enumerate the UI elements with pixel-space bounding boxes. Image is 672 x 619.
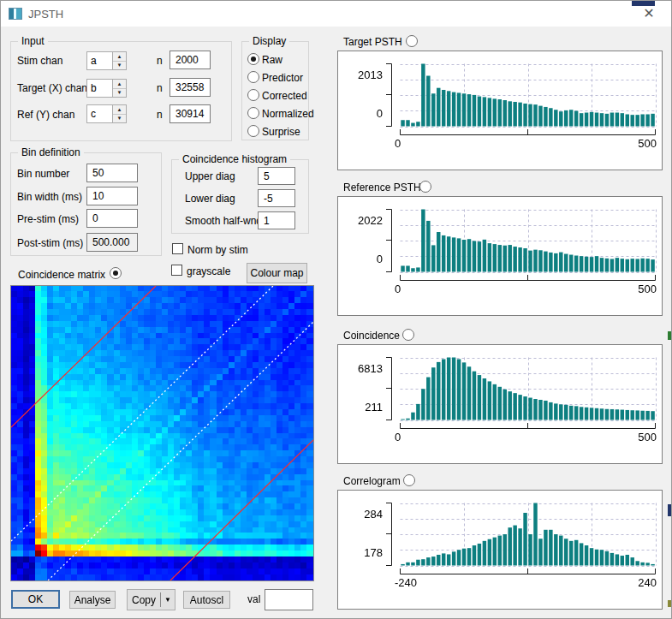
display-group-label: Display: [249, 35, 289, 47]
background-window-sliver: [668, 600, 672, 607]
spin-up-icon[interactable]: ▲: [113, 80, 126, 89]
coincidence-histogram-label: Coincidence histogram: [179, 153, 290, 165]
radio-raw[interactable]: [247, 53, 259, 65]
bin-width-input[interactable]: [86, 187, 138, 205]
titlebar: JPSTH ✕: [1, 1, 671, 27]
bin-width-label: Bin width (ms): [17, 191, 82, 203]
correlogram-plot: [338, 491, 662, 609]
radio-normalized-label[interactable]: Normalized: [262, 108, 314, 120]
jpsth-window: JPSTH ✕ Input Stim chan ▲▼ n Target (X) …: [0, 0, 672, 619]
correlogram-title: Correlogram: [343, 475, 401, 487]
reference-psth-title: Reference PSTH: [343, 182, 421, 193]
norm-by-stim-checkbox[interactable]: [172, 243, 183, 254]
background-window-sliver: [668, 331, 672, 340]
stim-chan-input[interactable]: [87, 52, 112, 69]
spin-down-icon[interactable]: ▼: [113, 89, 126, 98]
ref-chan-spinner[interactable]: ▲▼: [86, 104, 127, 123]
autoscl-button[interactable]: Autoscl: [183, 591, 230, 609]
stim-n-value[interactable]: [169, 51, 211, 69]
val-input[interactable]: [265, 589, 313, 610]
post-stim-value: [86, 233, 138, 252]
correlogram-ymin: 178: [342, 546, 383, 559]
copy-dropdown-icon[interactable]: ▼: [161, 596, 175, 604]
target-chan-label: Target (X) chan: [17, 82, 87, 94]
bin-definition-label: Bin definition: [18, 146, 84, 158]
coincidence-matrix-label: Coincidence matrix: [18, 269, 105, 281]
smooth-half-wnd-label: Smooth half-wnd: [185, 215, 262, 227]
radio-surprise-label[interactable]: Surprise: [262, 126, 300, 138]
reference-psth-xmax: 500: [585, 283, 657, 295]
grayscale-checkbox[interactable]: [171, 265, 182, 276]
spin-up-icon[interactable]: ▲: [113, 105, 126, 115]
jpsth-matrix-heatmap[interactable]: [11, 286, 313, 580]
smooth-half-wnd-input[interactable]: [258, 211, 295, 229]
stim-chan-spin-buttons[interactable]: ▲▼: [112, 52, 126, 69]
coincidence-ymax: 6813: [342, 362, 383, 375]
target-n-label: n: [157, 82, 163, 94]
analyse-button[interactable]: Analyse: [69, 591, 116, 609]
upper-diag-input[interactable]: [258, 167, 295, 185]
coincidence-xmin: 0: [395, 431, 401, 443]
ref-chan-input[interactable]: [87, 105, 112, 122]
bin-number-label: Bin number: [17, 168, 69, 180]
target-psth-radio[interactable]: [406, 35, 418, 47]
radio-predictor-label[interactable]: Predictor: [262, 72, 303, 84]
target-psth-plot: [338, 51, 662, 170]
coincidence-matrix-radio[interactable]: [110, 267, 122, 279]
stim-chan-spinner[interactable]: ▲▼: [86, 51, 127, 70]
target-psth-panel: 2013 0 0 500: [337, 51, 663, 170]
post-stim-label: Post-stim (ms): [17, 237, 83, 249]
correlogram-panel: 284 178 -240 240: [337, 490, 663, 610]
target-chan-input[interactable]: [87, 80, 112, 97]
spin-down-icon[interactable]: ▼: [113, 115, 126, 123]
reference-psth-ymax: 2022: [342, 214, 383, 227]
correlogram-xmax: 240: [585, 576, 657, 589]
ref-chan-label: Ref (Y) chan: [17, 109, 74, 121]
bin-number-input[interactable]: [86, 164, 138, 182]
reference-psth-ymin: 0: [342, 253, 383, 265]
app-icon: [9, 8, 22, 20]
radio-surprise[interactable]: [247, 125, 259, 137]
coincidence-panel: 6813 211 0 500: [337, 344, 663, 464]
norm-by-stim-label[interactable]: Norm by stim: [187, 244, 248, 256]
radio-corrected[interactable]: [247, 89, 259, 101]
upper-diag-label: Upper diag: [185, 170, 235, 182]
reference-psth-xmin: 0: [395, 283, 401, 295]
correlogram-ymax: 284: [342, 508, 383, 521]
coincidence-xmax: 500: [585, 431, 657, 443]
window-title: JPSTH: [28, 8, 63, 21]
stim-chan-label: Stim chan: [17, 55, 62, 67]
target-psth-xmin: 0: [395, 137, 401, 150]
radio-predictor[interactable]: [247, 71, 259, 83]
spin-up-icon[interactable]: ▲: [113, 52, 126, 62]
reference-psth-panel: 2022 0 0 500: [337, 196, 663, 316]
ok-button[interactable]: OK: [11, 590, 60, 609]
val-label: val: [247, 593, 260, 605]
target-psth-xmax: 500: [585, 137, 657, 150]
background-window-sliver: [668, 504, 672, 516]
copy-button-label[interactable]: Copy: [128, 594, 160, 606]
grayscale-label[interactable]: grayscale: [187, 265, 230, 277]
lower-diag-label: Lower diag: [185, 193, 235, 205]
ref-chan-spin-buttons[interactable]: ▲▼: [112, 105, 126, 122]
stim-n-label: n: [157, 55, 163, 67]
close-icon[interactable]: ✕: [637, 4, 661, 23]
copy-split-button[interactable]: Copy ▼: [127, 589, 175, 610]
target-chan-spinner[interactable]: ▲▼: [86, 79, 127, 98]
target-psth-title: Target PSTH: [343, 36, 402, 48]
lower-diag-input[interactable]: [258, 189, 295, 207]
radio-corrected-label[interactable]: Corrected: [262, 90, 307, 102]
ref-n-value[interactable]: [169, 104, 211, 123]
target-psth-ymin: 0: [342, 107, 383, 120]
colour-map-button[interactable]: Colour map: [247, 263, 307, 283]
radio-raw-label[interactable]: Raw: [262, 54, 282, 66]
target-chan-spin-buttons[interactable]: ▲▼: [112, 80, 126, 97]
correlogram-radio[interactable]: [403, 474, 415, 486]
target-n-value[interactable]: [169, 78, 211, 97]
ref-n-label: n: [157, 109, 163, 121]
reference-psth-radio[interactable]: [419, 181, 431, 193]
pre-stim-input[interactable]: [86, 209, 138, 228]
coincidence-radio[interactable]: [402, 329, 414, 341]
radio-normalized[interactable]: [247, 107, 259, 119]
spin-down-icon[interactable]: ▼: [113, 62, 126, 70]
